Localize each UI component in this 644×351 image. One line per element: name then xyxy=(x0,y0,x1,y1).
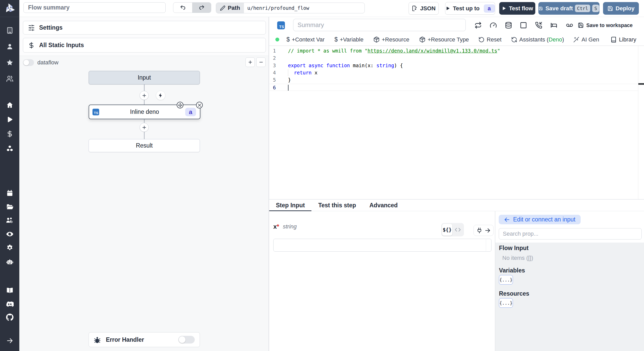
undo-button[interactable] xyxy=(173,3,192,13)
error-handler[interactable]: Error Handler xyxy=(89,332,200,347)
add-trigger-button[interactable] xyxy=(156,91,165,100)
add-step-button-top[interactable] xyxy=(140,91,149,100)
connect-input-button[interactable] xyxy=(473,225,494,236)
template-mode-button[interactable]: ${} xyxy=(442,224,452,236)
code-line-5: 5 } xyxy=(269,76,638,83)
file-export-icon xyxy=(412,5,418,11)
add-resource-type-button[interactable]: +Resource Type xyxy=(419,36,469,43)
gauge-icon[interactable] xyxy=(490,22,497,29)
bed-icon[interactable] xyxy=(550,22,557,29)
dollar-icon[interactable] xyxy=(6,130,13,138)
test-flow-button[interactable]: Test flow xyxy=(499,2,535,15)
flow-input-node[interactable]: Input xyxy=(89,71,200,84)
package-icon xyxy=(373,36,380,43)
save-draft-button[interactable]: Save draft Ctrl S xyxy=(538,2,599,15)
voicemail-icon[interactable] xyxy=(566,22,573,29)
code-line-6: 6 xyxy=(269,84,638,91)
folder-open-icon[interactable] xyxy=(6,203,13,211)
tab-test-this-step[interactable]: Test this step xyxy=(311,200,363,211)
json-button-label: JSON xyxy=(420,5,436,12)
flow-result-node[interactable]: Result xyxy=(89,139,200,152)
kbd-ctrl: Ctrl xyxy=(575,5,590,12)
move-step-button[interactable] xyxy=(177,102,183,108)
flow-graph: dataflow Input TS Inline deno a xyxy=(19,56,268,351)
arrow-right-icon[interactable] xyxy=(6,337,13,344)
home-icon[interactable] xyxy=(6,101,13,109)
boxes-icon[interactable] xyxy=(6,145,13,152)
add-variable-button[interactable]: $ +Variable xyxy=(334,36,363,43)
reset-button[interactable]: Reset xyxy=(478,36,501,43)
add-step-button-bottom[interactable] xyxy=(140,123,149,132)
test-up-to-button[interactable]: Test up to a xyxy=(445,2,495,15)
save-draft-label: Save draft xyxy=(545,5,573,12)
square-icon[interactable] xyxy=(520,22,527,29)
code-line-1: 1 // import * as wmill from "https://den… xyxy=(269,47,638,54)
delete-step-button[interactable] xyxy=(196,102,203,108)
code-icon xyxy=(455,227,461,233)
path-edit-button[interactable]: Path xyxy=(216,3,244,13)
step-node-inline-deno[interactable]: TS Inline deno a xyxy=(89,105,200,119)
argument-value-input[interactable] xyxy=(273,239,492,252)
code-editor[interactable]: 1 // import * as wmill from "https://den… xyxy=(269,46,644,199)
discord-icon[interactable] xyxy=(6,300,14,308)
flow-summary-input[interactable]: Flow summary xyxy=(23,2,166,13)
star-icon[interactable] xyxy=(6,59,13,66)
code-token: string xyxy=(376,63,394,68)
zoom-out-button[interactable] xyxy=(256,57,266,67)
deploy-button[interactable]: Deploy xyxy=(603,2,639,15)
settings-button[interactable]: Settings xyxy=(23,21,266,35)
github-icon[interactable] xyxy=(6,313,14,321)
zoom-in-button[interactable] xyxy=(245,57,255,67)
plus-icon xyxy=(142,93,147,98)
pencil-icon xyxy=(220,5,225,11)
code-mode-button[interactable] xyxy=(452,227,463,233)
database-icon[interactable] xyxy=(505,22,512,29)
json-button[interactable]: JSON xyxy=(409,2,439,15)
argument-type: string xyxy=(283,223,297,230)
save-to-workspace-label: Save to workspace xyxy=(586,22,633,28)
add-resource-button[interactable]: +Resource xyxy=(373,36,409,43)
eye-icon[interactable] xyxy=(6,230,14,238)
users-icon[interactable] xyxy=(6,75,13,82)
book-icon[interactable] xyxy=(6,287,13,294)
windmill-logo[interactable] xyxy=(0,0,19,17)
redo-button[interactable] xyxy=(192,3,211,13)
users-gear-icon[interactable] xyxy=(6,217,14,224)
path-value[interactable]: u/henri/profound_flow xyxy=(244,3,365,13)
all-static-inputs-button[interactable]: All Static Inputs xyxy=(23,38,266,53)
repeat-icon[interactable] xyxy=(474,22,482,29)
tab-advanced[interactable]: Advanced xyxy=(363,200,404,211)
dataflow-toggle[interactable] xyxy=(23,59,34,66)
step-tabs: Step Input Test this step Advanced xyxy=(269,200,644,211)
calendar-icon[interactable] xyxy=(6,190,13,197)
editor-toolbar: $ +Context Var $ +Variable +Resource +Re… xyxy=(269,33,644,46)
plus-icon xyxy=(142,125,147,130)
assistants-button[interactable]: Assistants (Deno) xyxy=(511,36,564,43)
library-button[interactable]: Library xyxy=(611,36,636,43)
play-icon[interactable] xyxy=(6,116,13,123)
tab-test-this-step-label: Test this step xyxy=(318,202,356,209)
step-summary-input[interactable]: Summary xyxy=(293,19,466,31)
bot-icon[interactable] xyxy=(6,258,14,266)
line-number: 3 xyxy=(269,62,276,69)
gear-icon[interactable] xyxy=(6,244,13,252)
add-context-var-button[interactable]: $ +Context Var xyxy=(286,36,325,43)
user-icon[interactable] xyxy=(6,43,13,50)
deploy-label: Deploy xyxy=(616,5,634,12)
ai-gen-button[interactable]: AI Gen xyxy=(573,36,599,43)
play-icon xyxy=(445,6,450,11)
test-up-to-label: Test up to xyxy=(453,5,479,12)
tab-step-input[interactable]: Step Input xyxy=(269,200,311,211)
test-up-to-step-badge[interactable]: a xyxy=(484,4,495,13)
variables-object-chip[interactable]: {...} xyxy=(499,275,513,285)
error-handler-toggle[interactable] xyxy=(178,336,195,344)
code-token: return xyxy=(294,70,312,75)
edit-or-connect-button[interactable]: Edit or connect an input xyxy=(499,215,581,224)
assistants-label: Assistants (Deno) xyxy=(519,36,564,43)
save-to-workspace-button[interactable]: Save to workspace xyxy=(578,22,633,28)
phone-incoming-icon[interactable] xyxy=(535,22,542,29)
resources-object-chip[interactable]: {...} xyxy=(499,298,513,308)
building-icon[interactable] xyxy=(6,27,13,34)
code-token: async xyxy=(309,63,323,68)
prop-search-input[interactable]: Search prop... xyxy=(499,228,642,239)
